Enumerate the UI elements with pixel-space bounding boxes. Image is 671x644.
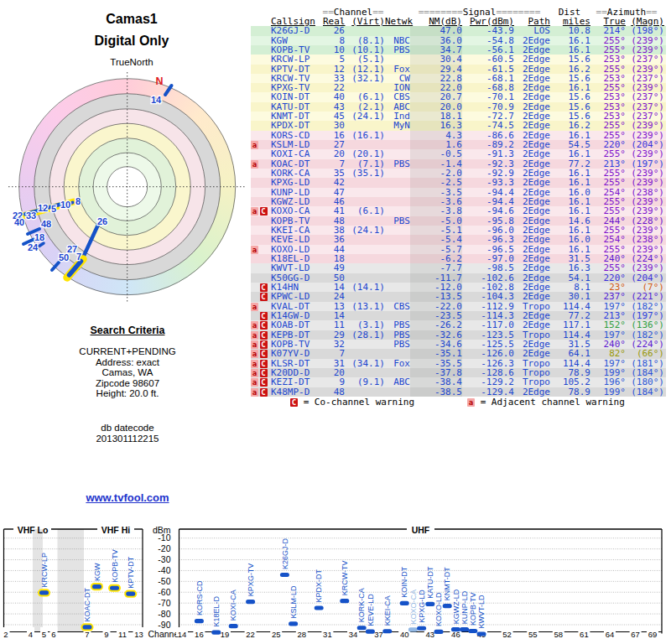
radar-channel-label: 48: [41, 219, 51, 229]
cell-virt: (34.1): [345, 359, 385, 368]
cell-cs: KPWC-LD: [271, 292, 323, 301]
channel-tick-label: 69: [648, 630, 658, 639]
signal-bar-label: KOPB-TV: [469, 592, 477, 626]
radar-channel-label: 24: [28, 242, 39, 252]
signal-bar: [195, 619, 204, 623]
signal-bar: [366, 630, 375, 634]
signal-bar-label: KORK-CA: [357, 588, 366, 622]
channel-group-header: ==Channel==: [322, 9, 384, 17]
radar-channel-label: 8: [75, 196, 81, 206]
channel-tick-label: 40: [400, 630, 409, 639]
cell-net: PBS: [385, 216, 410, 226]
north-marker: N: [155, 75, 163, 87]
cell-virt: [345, 340, 385, 349]
signal-bar: [211, 630, 221, 634]
signal-bar: [126, 592, 135, 596]
radar-channel-label: 50: [59, 252, 69, 262]
cell-path: 2Edge: [514, 387, 550, 397]
co-channel-warning-chip: C: [260, 331, 268, 340]
cell-t: 152°: [590, 320, 626, 330]
search-criteria: Search Criteria CURRENT+PENDINGAddress: …: [35, 325, 220, 444]
cell-virt: (5.1): [345, 55, 385, 64]
adjacent-warning-chip: a: [251, 388, 258, 397]
radar-station-bar: [39, 243, 44, 247]
cell-net: [385, 188, 410, 197]
adjacent-warning-chip: a: [251, 369, 258, 377]
signal-bar: [357, 626, 367, 630]
cell-net: [385, 263, 410, 273]
cell-path: 2Edge: [514, 320, 550, 330]
cell-virt: [345, 349, 385, 358]
co-channel-warning-chip: C: [260, 312, 268, 320]
radar-channel-label: 18: [34, 232, 44, 242]
adjacent-warning-chip: a: [251, 141, 258, 149]
cell-net: [385, 245, 410, 254]
cell-t: 214°: [590, 26, 626, 35]
tvfool-link[interactable]: www.tvfool.com: [44, 491, 211, 504]
cell-virt: (13.1): [345, 302, 385, 311]
cell-cs: K07YV-D: [271, 349, 323, 358]
cell-m: (136°): [626, 320, 664, 330]
cell-virt: (16.1): [345, 131, 385, 140]
signal-bar: [417, 626, 426, 631]
cell-pwr: -117.0: [462, 320, 514, 330]
band-label: VHF Lo: [18, 525, 49, 535]
adjacent-channel-chip: a: [467, 398, 475, 407]
signal-bar-label: KGW: [93, 563, 101, 581]
signal-bar-label: KRCW-LP: [40, 553, 49, 587]
adjacent-warning-chip: a: [251, 331, 258, 340]
station-table-rows: K26GJ-D2647.0-43.9LOS10.8214°(198°)KGW8(…: [251, 26, 666, 397]
cell-real: 9: [323, 377, 345, 387]
cell-net: MyN: [385, 121, 410, 130]
signal-bar: [315, 605, 324, 610]
cell-virt: [345, 292, 385, 301]
channel-tick-label: 9: [104, 630, 108, 639]
radar-station-bar: [52, 262, 59, 270]
signal-bar: [468, 629, 477, 633]
channel-tick-label: 14: [178, 630, 187, 639]
search-criteria-line: Camas, WA: [35, 367, 220, 378]
signal-bar: [382, 629, 392, 633]
channel-tick-label: 19: [221, 630, 230, 639]
cell-virt: (6.1): [345, 206, 385, 216]
channel-tick-label: 52: [502, 630, 512, 639]
signal-bar-label: K18EL-D: [212, 596, 221, 627]
radar-channel-label: 14: [151, 95, 162, 105]
cell-mi: 117.1: [550, 320, 590, 330]
signal-bar-label: KOAC-DT: [83, 587, 91, 621]
signal-bar: [443, 604, 452, 608]
cell-net: Fox: [385, 359, 410, 368]
cell-nm: 47.0: [410, 26, 462, 35]
cell-mi: 78.9: [550, 387, 590, 397]
cell-net: [385, 235, 410, 244]
cell-pwr: -104.3: [462, 292, 514, 301]
cell-t: 196°: [590, 377, 626, 387]
channel-tick-label: 16: [195, 630, 204, 639]
signal-bar-label: KPXG-TV: [247, 564, 255, 597]
cell-net: [385, 292, 410, 301]
adjacent-warning-chip: a: [251, 350, 258, 358]
cell-m: (180°): [626, 377, 664, 387]
table-row: aCK48MP-D48-38.5-129.42Edge78.9199°(184°…: [251, 387, 666, 397]
adjacent-warning-chip: a: [251, 246, 258, 254]
adjacent-warning-chip: a: [251, 303, 258, 311]
signal-bar: [39, 590, 49, 595]
cell-virt: (28.1): [345, 330, 385, 340]
channel-tick-label: 11: [118, 630, 127, 639]
channel-tick-label: 58: [554, 630, 564, 639]
cell-net: [385, 273, 410, 283]
db-datecode-label: db datecode: [35, 423, 220, 434]
radar-channel-label: 40: [14, 217, 24, 227]
cell-t: 237°: [590, 292, 626, 301]
co-channel-warning-chip: C: [260, 360, 268, 368]
cell-t: 253°: [590, 55, 626, 64]
search-criteria-line: Height: 20.0 ft.: [35, 388, 220, 399]
signal-bar: [425, 602, 434, 606]
radar-channel-label: 12: [38, 203, 48, 213]
signal-bar: [477, 631, 486, 636]
dbm-tick-label: -90: [158, 620, 170, 630]
cell-t: 82°: [590, 349, 626, 358]
cell-pwr: -60.5: [462, 55, 514, 64]
cell-virt: (24.1): [345, 112, 385, 121]
adjacent-warning-chip: a: [251, 378, 258, 387]
